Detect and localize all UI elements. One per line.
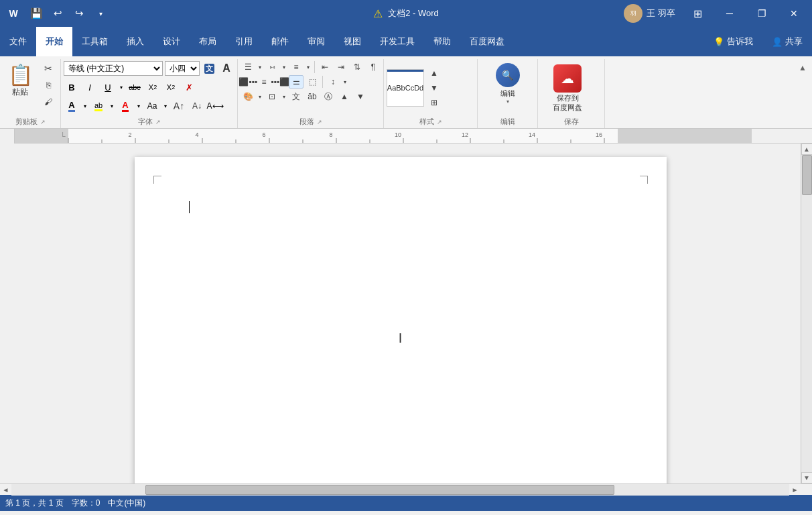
text-color-dropdown[interactable]: ▾: [82, 98, 88, 114]
minimize-button[interactable]: ─: [714, 0, 745, 27]
multilevel-dropdown[interactable]: ▾: [305, 60, 312, 74]
tell-me-button[interactable]: 💡 告诉我: [704, 27, 762, 56]
strikethrough-button[interactable]: abc: [127, 79, 143, 95]
encircle-button[interactable]: Ⓐ: [321, 90, 336, 103]
group-window-button[interactable]: ⊞: [682, 0, 713, 27]
increase-indent-button[interactable]: ⇥: [334, 60, 348, 74]
share-button[interactable]: 👤 共享: [762, 27, 812, 56]
menu-review[interactable]: 审阅: [298, 27, 334, 56]
ribbon-collapse-button[interactable]: ▲: [793, 59, 812, 72]
underline-dropdown[interactable]: ▾: [118, 79, 125, 95]
line-spacing-dropdown[interactable]: ▾: [342, 75, 348, 89]
scroll-up-button[interactable]: ▲: [801, 144, 813, 155]
customize-qat-button[interactable]: ▾: [91, 4, 110, 23]
user-area[interactable]: 羽 王 羽卒: [618, 0, 681, 27]
menu-insert[interactable]: 插入: [117, 27, 153, 56]
paragraph-expander[interactable]: ↗: [317, 119, 322, 125]
text-cursor-position[interactable]: [188, 201, 190, 214]
shrink-font-button[interactable]: A↓: [189, 98, 205, 114]
styles-scroll-down[interactable]: ▼: [427, 81, 442, 95]
format-painter-button[interactable]: 🖌: [39, 94, 58, 110]
decrease-indent-button[interactable]: ⇤: [318, 60, 332, 74]
align-center-button[interactable]: ≡: [257, 75, 271, 89]
svg-text:12: 12: [462, 131, 468, 138]
pinyin-button[interactable]: āb: [305, 90, 320, 103]
menu-design[interactable]: 设计: [153, 27, 190, 56]
menu-help[interactable]: 帮助: [424, 27, 460, 56]
distribute-button[interactable]: ⬚: [305, 75, 320, 89]
styles-pane-button[interactable]: 🔍 编辑 ▾: [490, 60, 526, 107]
underline-button[interactable]: U: [100, 79, 116, 95]
increase-para-button[interactable]: ▲: [337, 90, 352, 103]
line-spacing-button[interactable]: ↕: [326, 75, 340, 89]
multilevel-button[interactable]: ≡: [289, 60, 303, 74]
borders-button[interactable]: ⊡: [265, 90, 279, 103]
paste-button[interactable]: 📋 粘贴: [3, 60, 38, 101]
styles-scroll-up[interactable]: ▲: [427, 66, 442, 80]
menu-toolbox[interactable]: 工具箱: [72, 27, 117, 56]
menu-baidu[interactable]: 百度网盘: [460, 27, 514, 56]
font-color-button[interactable]: A: [117, 98, 133, 114]
save-qat-button[interactable]: 💾: [27, 4, 46, 23]
grow-font-button[interactable]: A↑: [171, 98, 187, 114]
numbering-button[interactable]: ⑅: [265, 60, 279, 74]
menu-mailings[interactable]: 邮件: [262, 27, 298, 56]
bullets-button[interactable]: ☰: [241, 60, 255, 74]
justify-button[interactable]: ⚌: [289, 75, 303, 89]
shading-button[interactable]: 🎨: [241, 90, 255, 103]
scroll-track[interactable]: [801, 155, 813, 472]
redo-button[interactable]: ↪: [70, 4, 88, 23]
cut-button[interactable]: ✂: [39, 60, 58, 76]
h-scroll-track[interactable]: [11, 484, 789, 496]
wenzhang-button[interactable]: 文: [202, 61, 216, 76]
scroll-right-button[interactable]: ►: [789, 484, 801, 496]
decrease-para-button[interactable]: ▼: [353, 90, 368, 103]
sort-button[interactable]: ⇅: [350, 60, 364, 74]
font-color-dropdown[interactable]: ▾: [135, 98, 142, 114]
bullets-dropdown[interactable]: ▾: [257, 60, 263, 74]
document-page[interactable]: I: [135, 157, 667, 483]
align-right-button[interactable]: ▪▪▪⬛: [273, 75, 287, 89]
show-marks-button[interactable]: ¶: [366, 60, 381, 74]
clear-format-button[interactable]: ✗: [181, 79, 197, 95]
styles-button[interactable]: AaBbCcDd: [387, 69, 424, 107]
menu-layout[interactable]: 布局: [190, 27, 226, 56]
font-expander[interactable]: ↗: [155, 119, 161, 125]
numbering-dropdown[interactable]: ▾: [281, 60, 287, 74]
subscript-button[interactable]: X2: [145, 79, 161, 95]
highlight-button[interactable]: ab: [90, 98, 107, 114]
scroll-thumb[interactable]: [802, 155, 812, 195]
italic-button[interactable]: I: [82, 79, 98, 95]
align-left-button[interactable]: ⬛▪▪▪: [241, 75, 255, 89]
text-color-button[interactable]: A: [64, 98, 80, 114]
highlight-dropdown[interactable]: ▾: [109, 98, 115, 114]
scroll-left-button[interactable]: ◄: [0, 484, 11, 496]
font-name-select[interactable]: 等线 (中文正文): [64, 61, 163, 76]
menu-developer[interactable]: 开发工具: [370, 27, 424, 56]
styles-more[interactable]: ⊞: [427, 96, 442, 109]
bold-button[interactable]: B: [64, 79, 80, 95]
menu-home[interactable]: 开始: [36, 27, 72, 56]
char-spacing-button[interactable]: A⟷: [207, 98, 223, 114]
scroll-down-button[interactable]: ▼: [801, 472, 813, 483]
i-beam-cursor[interactable]: I: [399, 331, 403, 345]
close-button[interactable]: ✕: [779, 0, 809, 27]
restore-button[interactable]: ❐: [746, 0, 777, 27]
save-baidu-button[interactable]: ☁ 保存到百度网盘: [541, 61, 594, 115]
chinese-layout-button[interactable]: 文: [289, 90, 303, 103]
copy-button[interactable]: ⎘: [39, 77, 58, 93]
increase-font-button[interactable]: A: [218, 60, 234, 76]
undo-button[interactable]: ↩: [48, 4, 67, 23]
shading-dropdown[interactable]: ▾: [257, 90, 263, 103]
borders-dropdown[interactable]: ▾: [281, 90, 287, 103]
menu-file[interactable]: 文件: [0, 27, 36, 56]
superscript-button[interactable]: X2: [163, 79, 179, 95]
change-case-button[interactable]: Aa: [144, 98, 160, 114]
font-size-select[interactable]: 小四: [165, 61, 200, 76]
menu-references[interactable]: 引用: [226, 27, 262, 56]
h-scroll-thumb[interactable]: [145, 485, 614, 495]
clipboard-expander[interactable]: ↗: [40, 119, 46, 125]
menu-view[interactable]: 视图: [334, 27, 370, 56]
change-case-dropdown[interactable]: ▾: [162, 98, 169, 114]
styles-expander[interactable]: ↗: [437, 119, 442, 125]
